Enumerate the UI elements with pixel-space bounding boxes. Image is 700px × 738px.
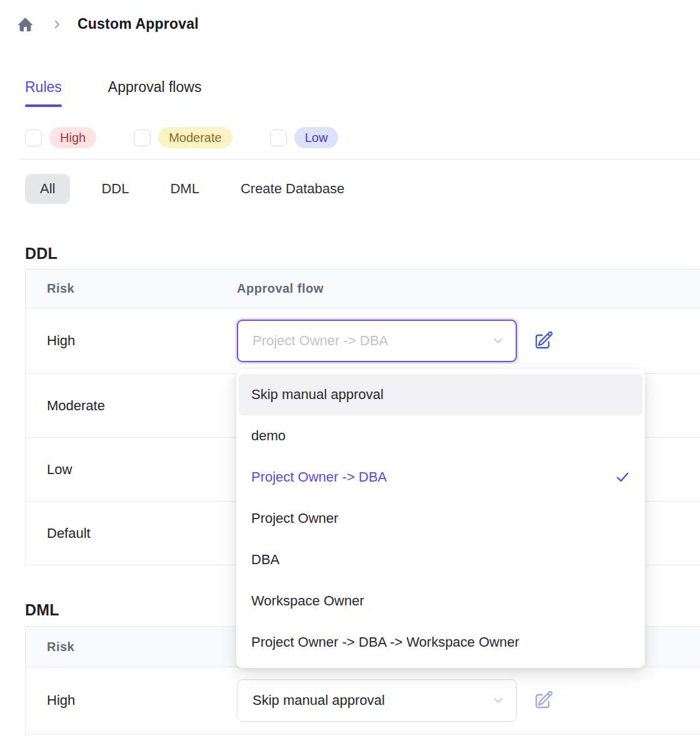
- chevron-down-icon: [491, 694, 505, 707]
- edit-flow-button[interactable]: [532, 689, 556, 712]
- low-checkbox[interactable]: [270, 129, 287, 146]
- option-label: Project Owner -> DBA: [251, 469, 387, 485]
- filter-group-moderate: Moderate: [134, 127, 232, 148]
- home-icon[interactable]: [16, 15, 34, 33]
- approval-flow-select[interactable]: Skip manual approval: [237, 679, 517, 722]
- chevron-down-icon: [491, 334, 505, 348]
- chevron-right-icon: [51, 19, 62, 30]
- moderate-checkbox[interactable]: [134, 129, 151, 146]
- risk-label: Default: [26, 525, 237, 542]
- select-value: Project Owner -> DBA: [252, 333, 491, 349]
- pencil-square-icon: [534, 330, 554, 352]
- page-title: Custom Approval: [78, 16, 199, 33]
- approval-flow-cell: Project Owner -> DBA: [237, 320, 556, 362]
- tab-rules[interactable]: Rules: [25, 79, 62, 96]
- approval-flow-dropdown: Skip manual approval demo Project Owner …: [236, 369, 645, 668]
- section-title-ddl: DDL: [25, 245, 58, 263]
- low-badge[interactable]: Low: [294, 127, 339, 148]
- approval-flow-cell: Skip manual approval: [237, 679, 556, 722]
- column-header-risk: Risk: [26, 640, 237, 654]
- edit-flow-button[interactable]: [532, 329, 556, 353]
- category-tab-ddl[interactable]: DDL: [91, 174, 139, 204]
- risk-filter-row: High Moderate Low: [25, 127, 376, 148]
- category-tab-all[interactable]: All: [25, 174, 70, 204]
- tab-bar: Rules Approval flows: [25, 79, 201, 96]
- moderate-badge[interactable]: Moderate: [158, 127, 232, 148]
- category-tab-dml[interactable]: DML: [160, 174, 209, 204]
- breadcrumb: Custom Approval: [16, 15, 199, 33]
- dropdown-option-project-owner-dba[interactable]: Project Owner -> DBA: [239, 457, 642, 498]
- dropdown-option-skip-manual-approval[interactable]: Skip manual approval: [239, 374, 642, 415]
- tab-approval-flows[interactable]: Approval flows: [108, 79, 202, 96]
- ddl-table-header: Risk Approval flow: [26, 270, 700, 308]
- custom-approval-page: Custom Approval Rules Approval flows Hig…: [0, 0, 700, 738]
- pencil-square-icon: [534, 690, 554, 712]
- select-value: Skip manual approval: [252, 692, 491, 709]
- dropdown-option-demo[interactable]: demo: [239, 415, 642, 457]
- section-divider: [19, 159, 700, 159]
- table-row-high: High Project Owner -> DBA: [26, 308, 700, 374]
- category-tab-create-database[interactable]: Create Database: [231, 174, 354, 204]
- check-icon: [615, 470, 630, 485]
- filter-group-high: High: [25, 127, 96, 148]
- risk-label: Low: [26, 462, 237, 478]
- column-header-approval-flow: Approval flow: [237, 281, 324, 296]
- risk-label: Moderate: [26, 398, 237, 414]
- dropdown-option-project-owner-dba-workspace-owner[interactable]: Project Owner -> DBA -> Workspace Owner: [239, 622, 642, 663]
- section-title-dml: DML: [25, 601, 59, 619]
- risk-label: High: [26, 333, 237, 349]
- dropdown-option-dba[interactable]: DBA: [239, 539, 642, 580]
- high-checkbox[interactable]: [25, 129, 42, 146]
- column-header-risk: Risk: [26, 281, 237, 296]
- risk-label: High: [26, 692, 237, 709]
- dropdown-option-project-owner[interactable]: Project Owner: [239, 498, 642, 539]
- category-tab-bar: All DDL DML Create Database: [25, 174, 354, 204]
- high-badge[interactable]: High: [49, 127, 96, 148]
- dropdown-option-workspace-owner[interactable]: Workspace Owner: [239, 580, 642, 622]
- approval-flow-select[interactable]: Project Owner -> DBA: [237, 320, 517, 362]
- filter-group-low: Low: [270, 127, 339, 148]
- table-row-high: High Skip manual approval: [26, 667, 700, 734]
